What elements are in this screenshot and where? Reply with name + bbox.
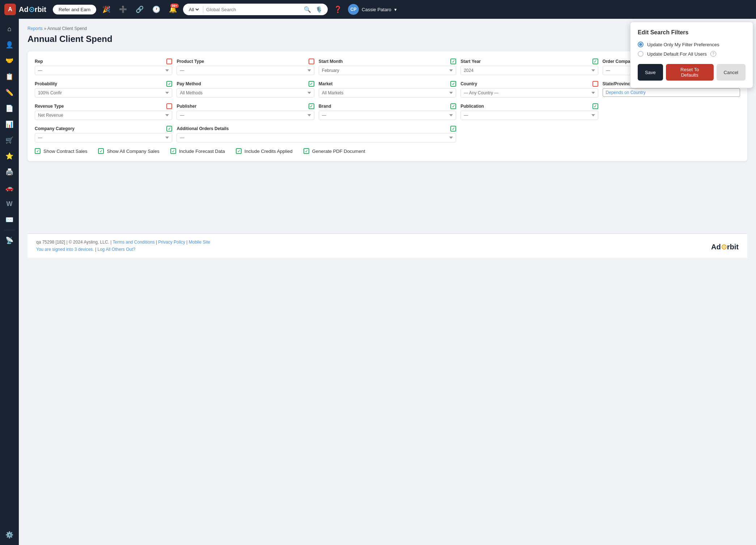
include-forecast-data-visual	[170, 148, 176, 154]
sidebar-item-orders[interactable]: 🛒	[2, 133, 17, 147]
logo: A Ad⊙rbit	[4, 4, 46, 15]
filter-additional-orders: Additional Orders Details —	[177, 126, 456, 142]
radio-option1-label: Update Only My Filter Preferences	[647, 42, 719, 47]
filter-revenue-type-select[interactable]: Net Revenue	[35, 111, 172, 120]
filter-revenue-type-label-row: Revenue Type	[35, 103, 172, 109]
filter-product-type: Product Type —	[177, 59, 314, 75]
checkbox-include-credits-applied[interactable]: Include Credits Applied	[236, 148, 293, 154]
filter-company-category-label: Company Category	[35, 126, 75, 131]
popup-cancel-button[interactable]: Cancel	[717, 64, 746, 81]
search-type-select[interactable]: All	[187, 7, 200, 13]
filter-product-type-checkbox[interactable]	[309, 59, 314, 64]
filter-publisher: Publisher —	[177, 103, 314, 120]
popup-reset-button[interactable]: Reset To Defaults	[666, 64, 714, 81]
filter-start-year-label: Start Year	[460, 59, 481, 64]
filter-company-category-select[interactable]: —	[35, 133, 172, 142]
sidebar-item-documents[interactable]: 📄	[2, 101, 17, 116]
radio-option1[interactable]: Update Only My Filter Preferences	[638, 42, 746, 47]
filter-brand-label-row: Brand	[319, 103, 456, 109]
footer-log-others-link[interactable]: Log All Others Out?	[97, 247, 135, 252]
link-icon-button[interactable]: 🔗	[133, 3, 146, 16]
filter-publication-checkbox[interactable]	[593, 103, 598, 109]
filter-rep-label-row: Rep	[35, 59, 172, 64]
sidebar-item-email[interactable]: ✉️	[2, 213, 17, 227]
filter-country-select[interactable]: — Any Country —	[460, 88, 598, 98]
include-forecast-data-label: Include Forecast Data	[179, 149, 225, 154]
filter-publication-select[interactable]: —	[460, 111, 598, 120]
filter-start-month-checkbox[interactable]	[450, 59, 456, 64]
sidebar-item-favorites[interactable]: ⭐	[2, 149, 17, 163]
popup-save-button[interactable]: Save	[638, 64, 663, 81]
breadcrumb-parent[interactable]: Reports	[27, 26, 43, 31]
refer-earn-button[interactable]: Refer and Earn	[53, 5, 96, 14]
filter-rep: Rep —	[35, 59, 172, 75]
radio-option2-label: Update Default For All Users	[647, 51, 707, 57]
filter-probability-checkbox[interactable]	[166, 81, 172, 87]
filter-start-year: Start Year 2024	[460, 59, 598, 75]
filter-product-type-label-row: Product Type	[177, 59, 314, 64]
depends-text: Depends on	[606, 90, 629, 95]
filter-start-month: Start Month February	[319, 59, 456, 75]
help-icon-button[interactable]: ❓	[331, 3, 344, 16]
mic-icon-button[interactable]: 🎙️	[315, 5, 323, 14]
filter-revenue-type-checkbox[interactable]	[166, 103, 172, 109]
filter-product-type-select[interactable]: —	[177, 66, 314, 75]
checkbox-show-contract-sales[interactable]: Show Contract Sales	[35, 148, 87, 154]
history-icon-button[interactable]: 🕐	[150, 3, 163, 16]
filter-brand-select[interactable]: —	[319, 111, 456, 120]
radio-option1-btn	[638, 42, 644, 47]
filter-market-checkbox[interactable]	[450, 81, 456, 87]
sidebar-item-settings[interactable]: ⚙️	[2, 528, 17, 542]
sidebar-item-home[interactable]: ⌂	[2, 22, 17, 36]
footer-terms-link[interactable]: Terms and Conditions	[112, 240, 154, 245]
sidebar-item-broadcast[interactable]: 📡	[2, 233, 17, 248]
footer-mobile-link[interactable]: Mobile Site	[189, 240, 210, 245]
radio-option2[interactable]: Update Default For All Users ?	[638, 51, 746, 57]
filter-pay-method-select[interactable]: All Methods	[177, 88, 314, 98]
checkbox-generate-pdf-document[interactable]: Generate PDF Document	[303, 148, 365, 154]
include-credits-applied-visual	[236, 148, 242, 154]
footer-signed-in-link[interactable]: You are signed into 3 devices.	[36, 247, 94, 252]
search-input[interactable]	[206, 7, 300, 12]
filter-rep-checkbox[interactable]	[166, 59, 172, 64]
filter-market-select[interactable]: All Markets	[319, 88, 456, 98]
help-icon[interactable]: ?	[710, 51, 716, 57]
filter-publisher-select[interactable]: —	[177, 111, 314, 120]
footer: qa 75298 [182] | © 2024 Aysling, LLC. | …	[27, 233, 747, 258]
filter-pay-method-checkbox[interactable]	[309, 81, 314, 87]
search-icon-button[interactable]: 🔍	[303, 5, 312, 14]
notification-icon-button[interactable]: 🔔 99+	[166, 3, 179, 16]
footer-copyright-row: qa 75298 [182] | © 2024 Aysling, LLC. | …	[36, 240, 210, 245]
logo-icon: A	[4, 4, 16, 15]
filter-brand-checkbox[interactable]	[450, 103, 456, 109]
sidebar-item-deals[interactable]: 🤝	[2, 53, 17, 68]
sidebar-item-edit[interactable]: ✏️	[2, 85, 17, 100]
footer-inner: qa 75298 [182] | © 2024 Aysling, LLC. | …	[36, 240, 739, 252]
filter-probability-select[interactable]: 100% Confir	[35, 88, 172, 98]
filter-rep-select[interactable]: —	[35, 66, 172, 75]
filter-company-category-checkbox[interactable]	[166, 126, 172, 132]
add-icon-button[interactable]: ➕	[116, 3, 129, 16]
sidebar-item-word[interactable]: W	[2, 197, 17, 211]
checkbox-show-all-company-sales[interactable]: Show All Company Sales	[98, 148, 159, 154]
filter-start-year-select[interactable]: 2024	[460, 66, 598, 75]
filter-start-year-checkbox[interactable]	[593, 59, 598, 64]
filter-spacer	[603, 103, 740, 120]
filter-country-checkbox[interactable]	[593, 81, 598, 87]
filter-additional-orders-checkbox[interactable]	[450, 126, 456, 132]
checkbox-include-forecast-data[interactable]: Include Forecast Data	[170, 148, 225, 154]
sidebar-item-vehicle[interactable]: 🚗	[2, 181, 17, 195]
show-all-company-sales-label: Show All Company Sales	[107, 149, 159, 154]
filter-publisher-checkbox[interactable]	[309, 103, 314, 109]
sidebar-item-reports[interactable]: 📊	[2, 117, 17, 132]
filter-start-month-select[interactable]: February	[319, 66, 456, 75]
sidebar-item-print[interactable]: 🖨️	[2, 165, 17, 179]
sidebar-item-contacts[interactable]: 👤	[2, 38, 17, 52]
search-divider	[203, 6, 203, 13]
footer-privacy-link[interactable]: Privacy Policy	[158, 240, 185, 245]
popup-overlay: Edit Search Filters Update Only My Filte…	[627, 19, 756, 91]
sidebar-item-tasks[interactable]: 📋	[2, 69, 17, 84]
user-menu[interactable]: CP Cassie Pataro ▾	[348, 4, 397, 15]
filter-additional-orders-select[interactable]: —	[177, 133, 456, 142]
party-icon-button[interactable]: 🎉	[100, 3, 113, 16]
